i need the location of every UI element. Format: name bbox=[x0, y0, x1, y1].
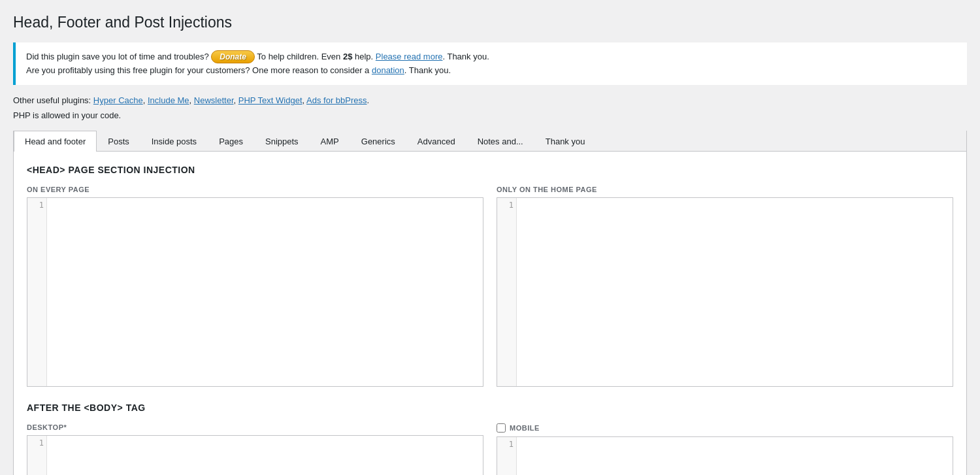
line-num-home-1: 1 bbox=[509, 201, 514, 210]
tab-generics[interactable]: Generics bbox=[350, 131, 406, 151]
head-home-page-textarea-wrapper: 1 bbox=[497, 197, 953, 387]
tab-advanced-link[interactable]: Advanced bbox=[406, 131, 466, 152]
head-home-page-input[interactable] bbox=[517, 198, 953, 386]
after-body-mobile-input[interactable] bbox=[517, 437, 953, 475]
head-home-page-line-nums: 1 bbox=[497, 198, 517, 386]
donation-notice: Did this plugin save you lot of time and… bbox=[13, 42, 967, 86]
notice-text3: help. bbox=[355, 52, 373, 61]
tab-thankyou[interactable]: Thank you bbox=[534, 131, 596, 151]
donation-link[interactable]: donation bbox=[372, 65, 404, 75]
after-body-mobile-label: MOBILE bbox=[510, 424, 540, 432]
tab-amp-link[interactable]: AMP bbox=[310, 131, 350, 152]
head-every-page-textarea-wrapper: 1 bbox=[27, 197, 483, 387]
tab-pages[interactable]: Pages bbox=[208, 131, 254, 151]
tab-inside-posts-link[interactable]: Inside posts bbox=[140, 131, 208, 152]
tab-posts[interactable]: Posts bbox=[97, 131, 140, 151]
tab-generics-link[interactable]: Generics bbox=[350, 131, 406, 152]
tabs-nav: Head and footer Posts Inside posts Pages… bbox=[14, 131, 966, 152]
tab-head-footer-link[interactable]: Head and footer bbox=[14, 131, 97, 152]
tab-advanced[interactable]: Advanced bbox=[406, 131, 466, 151]
tab-notes-link[interactable]: Notes and... bbox=[466, 131, 534, 152]
head-every-page-label: ON EVERY PAGE bbox=[27, 186, 483, 193]
notice-text1: Did this plugin save you lot of time and… bbox=[26, 52, 209, 61]
tab-thankyou-link[interactable]: Thank you bbox=[534, 131, 596, 152]
tab-inside-posts[interactable]: Inside posts bbox=[140, 131, 208, 151]
tab-snippets-link[interactable]: Snippets bbox=[254, 131, 310, 152]
mobile-checkbox[interactable] bbox=[497, 423, 506, 433]
head-every-page-line-nums: 1 bbox=[27, 198, 47, 386]
plugin-link-php-text-widget[interactable]: PHP Text Widget bbox=[238, 95, 302, 105]
useful-plugins-label: Other useful plugins: bbox=[13, 95, 91, 105]
after-body-title: AFTER THE <BODY> TAG bbox=[27, 402, 953, 413]
after-body-mobile-col: MOBILE 1 bbox=[497, 423, 953, 475]
tab-content-head-footer: <HEAD> PAGE SECTION INJECTION ON EVERY P… bbox=[14, 152, 966, 475]
line-num-1: 1 bbox=[39, 201, 44, 210]
tab-amp[interactable]: AMP bbox=[310, 131, 350, 151]
page-title: Head, Footer and Post Injections bbox=[13, 13, 967, 33]
after-body-desktop-label: DESKTOP* bbox=[27, 423, 483, 431]
head-every-page-input[interactable] bbox=[47, 198, 483, 386]
tab-snippets[interactable]: Snippets bbox=[254, 131, 310, 151]
after-body-section: AFTER THE <BODY> TAG DESKTOP* 1 bbox=[27, 402, 953, 475]
after-body-desktop-line-nums: 1 bbox=[27, 436, 47, 475]
useful-plugins-bar: Other useful plugins: Hyper Cache, Inclu… bbox=[13, 95, 967, 105]
after-body-line-num-1: 1 bbox=[39, 438, 44, 448]
after-body-mobile-label-row: MOBILE bbox=[497, 423, 953, 433]
tab-posts-link[interactable]: Posts bbox=[97, 131, 140, 152]
after-body-desktop-col: DESKTOP* 1 bbox=[27, 423, 483, 475]
plugin-link-hyper-cache[interactable]: Hyper Cache bbox=[93, 95, 143, 105]
head-every-page-col: ON EVERY PAGE 1 bbox=[27, 186, 483, 387]
head-section-title: <HEAD> PAGE SECTION INJECTION bbox=[27, 165, 953, 175]
head-home-page-col: ONLY ON THE HOME PAGE 1 bbox=[497, 186, 953, 387]
notice-bold: 2$ bbox=[343, 52, 352, 61]
after-body-mobile-line-num-1: 1 bbox=[509, 440, 514, 449]
tabs-container: Head and footer Posts Inside posts Pages… bbox=[13, 131, 967, 475]
notice-text6: Thank you. bbox=[409, 65, 451, 75]
head-section-columns: ON EVERY PAGE 1 ONLY ON THE HOME PAGE 1 bbox=[27, 186, 953, 387]
php-notice: PHP is allowed in your code. bbox=[13, 110, 967, 120]
plugin-link-include-me[interactable]: Include Me bbox=[148, 95, 189, 105]
notice-text4: Thank you. bbox=[447, 52, 489, 61]
plugin-link-ads-bbpress[interactable]: Ads for bbPress bbox=[306, 95, 367, 105]
donate-button[interactable]: Donate bbox=[211, 50, 255, 63]
tab-head-footer[interactable]: Head and footer bbox=[14, 131, 97, 151]
after-body-mobile-textarea-wrapper: 1 bbox=[497, 436, 953, 475]
plugin-link-newsletter[interactable]: Newsletter bbox=[194, 95, 234, 105]
head-home-page-label: ONLY ON THE HOME PAGE bbox=[497, 186, 953, 193]
tab-pages-link[interactable]: Pages bbox=[208, 131, 254, 152]
after-body-columns: DESKTOP* 1 MOBILE bbox=[27, 423, 953, 475]
please-read-more-link[interactable]: Please read more bbox=[376, 52, 443, 61]
after-body-desktop-input[interactable] bbox=[47, 436, 483, 475]
tab-notes[interactable]: Notes and... bbox=[466, 131, 534, 151]
notice-text2: To help children. Even bbox=[257, 52, 340, 61]
after-body-mobile-line-nums: 1 bbox=[497, 437, 517, 475]
notice-text5: Are you profitably using this free plugi… bbox=[26, 65, 369, 75]
after-body-desktop-textarea-wrapper: 1 bbox=[27, 435, 483, 475]
